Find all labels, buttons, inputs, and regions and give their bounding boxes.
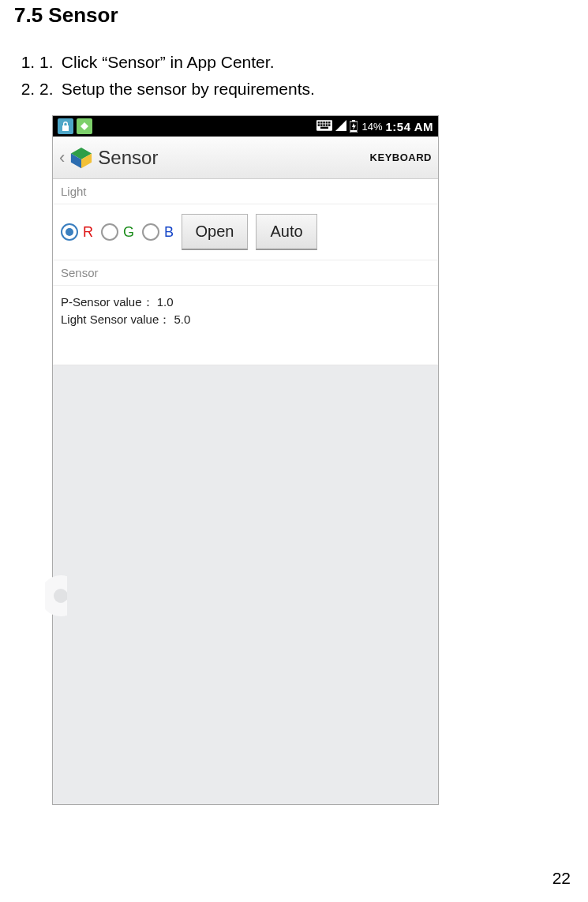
light-sensor-label: Light Sensor value： (61, 313, 170, 326)
radio-b[interactable] (142, 223, 159, 241)
status-left (58, 118, 92, 134)
status-time: 1:54 AM (386, 120, 433, 133)
light-sensor-row: Light Sensor value： 5.0 (61, 311, 430, 328)
open-button[interactable]: Open (182, 214, 248, 250)
svg-rect-2 (320, 122, 323, 124)
section-header-light: Light (53, 179, 438, 204)
step-2-text: Setup the sensor by requirements. (62, 80, 315, 98)
green-status-icon (77, 118, 92, 134)
assistive-bubble-icon[interactable] (45, 574, 89, 618)
svg-rect-5 (328, 122, 331, 124)
page-number: 22 (552, 869, 571, 888)
radio-b-group[interactable]: B (142, 223, 174, 241)
sensor-values: P-Sensor value： 1.0 Light Sensor value： … (53, 286, 438, 365)
svg-rect-10 (328, 124, 331, 126)
svg-rect-11 (320, 126, 328, 129)
label-r: R (83, 224, 93, 241)
radio-g-group[interactable]: G (101, 223, 134, 241)
step-2: 2. Setup the sensor by requirements. (39, 77, 574, 102)
step-1: 1. Click “Sensor” in App Center. (39, 50, 574, 75)
light-controls: R G B Open Auto (53, 204, 438, 260)
battery-percent: 14% (362, 121, 383, 133)
steps-list: 1. Click “Sensor” in App Center. 2. Setu… (39, 50, 574, 101)
signal-icon (335, 120, 346, 133)
svg-rect-9 (325, 124, 328, 126)
battery-icon (350, 120, 358, 133)
step-1-text: Click “Sensor” in App Center. (62, 53, 275, 71)
svg-rect-8 (323, 124, 325, 126)
label-b: B (164, 224, 174, 241)
light-sensor-value: 5.0 (174, 313, 190, 326)
blank-area (53, 365, 438, 804)
radio-r-group[interactable]: R (61, 223, 93, 241)
svg-rect-4 (325, 122, 328, 124)
status-right: 14% 1:54 AM (316, 120, 434, 133)
svg-rect-6 (317, 124, 320, 126)
status-bar: 14% 1:54 AM (53, 116, 438, 137)
back-icon[interactable]: ‹ (59, 148, 65, 168)
app-header: ‹ Sensor KEYBOARD (53, 137, 438, 179)
lock-icon (58, 118, 73, 134)
p-sensor-label: P-Sensor value： (61, 295, 154, 309)
auto-button[interactable]: Auto (256, 214, 317, 250)
device-screenshot: 14% 1:54 AM ‹ Sensor KEYBOARD Light R (52, 115, 439, 805)
section-header-sensor: Sensor (53, 260, 438, 286)
app-title: Sensor (98, 147, 158, 169)
svg-rect-1 (317, 122, 320, 124)
p-sensor-value: 1.0 (157, 295, 174, 309)
svg-rect-3 (323, 122, 325, 124)
section-heading: 7.5 Sensor (14, 3, 574, 28)
svg-rect-7 (320, 124, 323, 126)
step-2-num: 2. (39, 77, 57, 102)
label-g: G (123, 224, 134, 241)
step-1-num: 1. (39, 50, 57, 75)
app-icon (69, 146, 93, 170)
svg-point-20 (54, 589, 68, 603)
keyboard-button[interactable]: KEYBOARD (370, 152, 432, 163)
radio-r[interactable] (61, 223, 78, 241)
svg-rect-14 (350, 130, 357, 132)
p-sensor-row: P-Sensor value： 1.0 (61, 294, 430, 311)
radio-g[interactable] (101, 223, 118, 241)
keyboard-icon (316, 120, 332, 133)
